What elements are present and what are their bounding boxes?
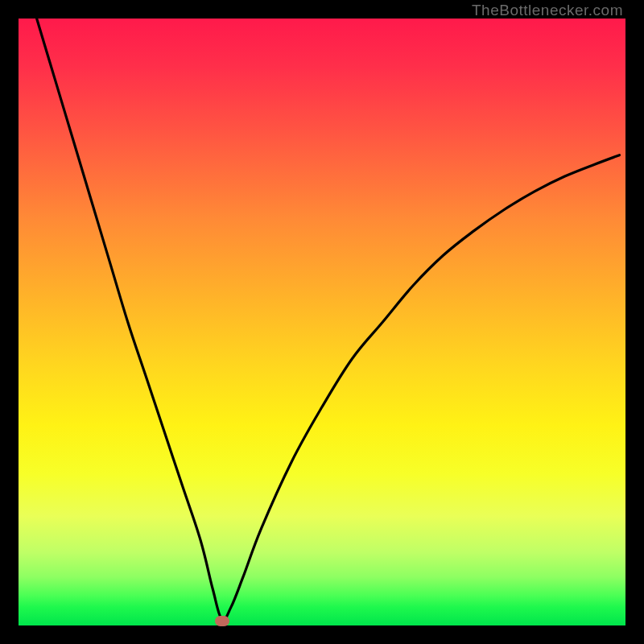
optimal-point-marker: [215, 616, 229, 626]
chart-area: [19, 19, 625, 625]
bottleneck-curve: [19, 19, 625, 625]
attribution-label: TheBottlenecker.com: [472, 2, 623, 19]
